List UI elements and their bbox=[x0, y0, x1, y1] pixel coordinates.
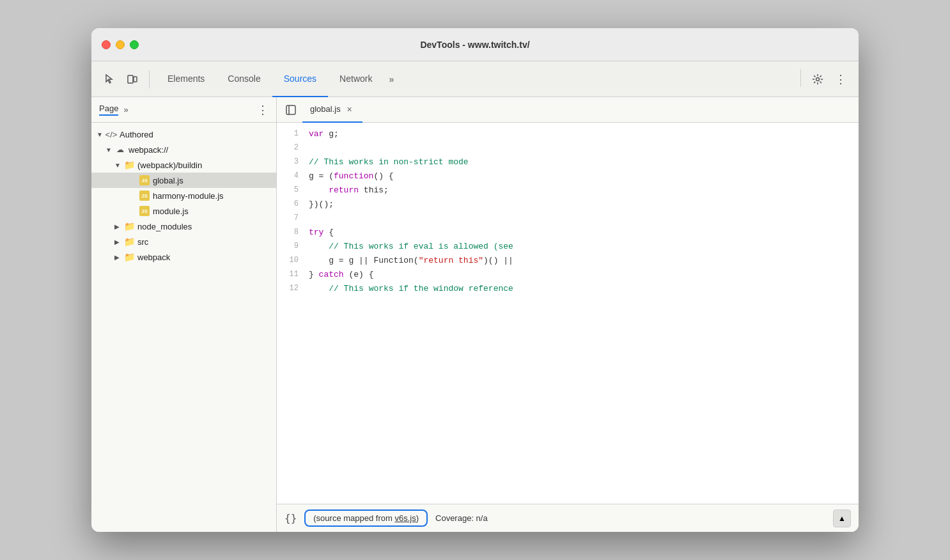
settings-button[interactable] bbox=[807, 69, 828, 89]
tree-label-webpack: webpack:// bbox=[128, 145, 168, 155]
sidebar-header: Page » ⋮ bbox=[91, 97, 276, 123]
editor-tab-close-button[interactable]: × bbox=[345, 104, 355, 114]
line-num-9: 9 bbox=[277, 240, 309, 254]
tree-label-buildin: (webpack)/buildin bbox=[137, 160, 202, 170]
js-file-icon-harmony: JS bbox=[139, 190, 150, 201]
tree-label-globaljs: global.js bbox=[153, 176, 183, 185]
tree-item-node-modules[interactable]: ▶ 📁 node_modules bbox=[91, 219, 276, 234]
panel-toggle-icon bbox=[286, 105, 296, 115]
source-toggle-button[interactable] bbox=[282, 101, 300, 119]
line-content-4: g = (function() { bbox=[309, 170, 859, 184]
folder-icon-buildin: 📁 bbox=[123, 159, 135, 171]
line-num-8: 8 bbox=[277, 226, 309, 240]
svg-rect-3 bbox=[286, 105, 295, 114]
code-line-10: 10 g = g || Function("return this")() || bbox=[277, 254, 859, 268]
line-num-3: 3 bbox=[277, 156, 309, 170]
tree-item-src[interactable]: ▶ 📁 src bbox=[91, 234, 276, 249]
tree-label-authored: Authored bbox=[120, 130, 153, 139]
tree-label-modulejs: module.js bbox=[153, 206, 189, 216]
code-line-6: 6 })(); bbox=[277, 198, 859, 212]
inspect-element-button[interactable] bbox=[99, 69, 120, 89]
tree-item-buildin[interactable]: ▼ 📁 (webpack)/buildin bbox=[91, 157, 276, 173]
code-line-2: 2 bbox=[277, 142, 859, 156]
toolbar-separator bbox=[149, 70, 150, 88]
tree-item-webpack-root[interactable]: ▶ 📁 webpack bbox=[91, 249, 276, 265]
code-line-12: 12 // This works if the window reference bbox=[277, 283, 859, 297]
cursor-icon bbox=[104, 74, 115, 85]
tab-sources-label: Sources bbox=[284, 74, 316, 84]
tree-arrow-webpack-root: ▶ bbox=[114, 254, 123, 261]
line-num-2: 2 bbox=[277, 142, 309, 156]
js-file-icon-module: JS bbox=[139, 205, 150, 217]
device-icon bbox=[127, 74, 138, 85]
js-file-icon-globaljs: JS bbox=[139, 175, 150, 186]
sidebar-tree: ▼ </> Authored ▼ ☁ webpack:// ▼ 📁 (webpa… bbox=[91, 123, 276, 532]
sidebar-options-button[interactable]: ⋮ bbox=[257, 103, 269, 117]
tree-arrow-src: ▶ bbox=[114, 238, 123, 245]
tab-console-label: Console bbox=[228, 74, 260, 84]
line-content-12: // This works if the window reference bbox=[309, 283, 859, 297]
tree-label-harmonymodule: harmony-module.js bbox=[153, 191, 224, 201]
maximize-button[interactable] bbox=[130, 40, 139, 49]
tab-sources[interactable]: Sources bbox=[272, 61, 328, 97]
code-line-5: 5 return this; bbox=[277, 184, 859, 198]
svg-rect-0 bbox=[128, 75, 133, 83]
more-tabs-button[interactable]: » bbox=[384, 72, 399, 87]
sidebar-tab-page[interactable]: Page bbox=[99, 104, 118, 116]
line-content-3: // This works in non-strict mode bbox=[309, 156, 859, 170]
folder-icon-node-modules: 📁 bbox=[123, 221, 135, 232]
close-button[interactable] bbox=[102, 40, 111, 49]
folder-icon-webpack: 📁 bbox=[123, 251, 135, 263]
pretty-print-button[interactable]: {} bbox=[284, 512, 297, 524]
source-mapped-link[interactable]: v6s.js bbox=[394, 513, 416, 523]
line-num-6: 6 bbox=[277, 198, 309, 212]
line-content-9: // This works if eval is allowed (see bbox=[309, 240, 859, 254]
editor-tab-name: global.js bbox=[310, 104, 341, 114]
line-num-5: 5 bbox=[277, 184, 309, 198]
tree-item-webpack[interactable]: ▼ ☁ webpack:// bbox=[91, 142, 276, 157]
line-num-12: 12 bbox=[277, 283, 309, 297]
editor-area: global.js × 1 var g; 2 3 // This works i… bbox=[277, 97, 859, 532]
main-area: Page » ⋮ ▼ </> Authored ▼ ☁ webpack:// bbox=[91, 97, 859, 532]
tree-item-globaljs[interactable]: JS global.js bbox=[91, 173, 276, 188]
devtools-window: DevTools - www.twitch.tv/ Elements Conso… bbox=[91, 28, 859, 532]
code-editor[interactable]: 1 var g; 2 3 // This works in non-strict… bbox=[277, 123, 859, 504]
sidebar-more-tabs[interactable]: » bbox=[123, 105, 128, 114]
source-mapped-close: ) bbox=[416, 513, 419, 523]
tab-elements-label: Elements bbox=[167, 74, 205, 84]
editor-tabs: global.js × bbox=[277, 97, 859, 123]
toolbar-right: ⋮ bbox=[797, 69, 851, 89]
drawer-button[interactable]: ▲ bbox=[833, 509, 851, 527]
minimize-button[interactable] bbox=[116, 40, 125, 49]
line-num-7: 7 bbox=[277, 212, 309, 226]
code-line-3: 3 // This works in non-strict mode bbox=[277, 156, 859, 170]
device-toolbar-button[interactable] bbox=[122, 69, 143, 89]
tree-item-harmonymodule[interactable]: JS harmony-module.js bbox=[91, 188, 276, 203]
tab-network-label: Network bbox=[339, 74, 372, 84]
line-content-2 bbox=[309, 142, 859, 156]
tab-elements[interactable]: Elements bbox=[156, 61, 216, 97]
line-content-10: g = g || Function("return this")() || bbox=[309, 254, 859, 268]
tree-arrow-authored: ▼ bbox=[97, 131, 105, 138]
editor-tab-globaljs[interactable]: global.js × bbox=[302, 97, 362, 123]
traffic-lights bbox=[102, 40, 139, 49]
line-num-10: 10 bbox=[277, 254, 309, 268]
source-mapped-badge: (source mapped from v6s.js) bbox=[304, 509, 428, 527]
code-line-9: 9 // This works if eval is allowed (see bbox=[277, 240, 859, 254]
tree-item-authored[interactable]: ▼ </> Authored bbox=[91, 127, 276, 142]
tab-network[interactable]: Network bbox=[328, 61, 384, 97]
tree-arrow-webpack: ▼ bbox=[105, 146, 114, 153]
code-line-11: 11 } catch (e) { bbox=[277, 268, 859, 283]
gear-icon bbox=[812, 74, 823, 85]
code-line-1: 1 var g; bbox=[277, 128, 859, 142]
code-line-7: 7 bbox=[277, 212, 859, 226]
titlebar: DevTools - www.twitch.tv/ bbox=[91, 28, 859, 61]
line-content-1: var g; bbox=[309, 128, 859, 142]
more-options-button[interactable]: ⋮ bbox=[830, 69, 851, 89]
tree-item-modulejs[interactable]: JS module.js bbox=[91, 203, 276, 219]
tab-console[interactable]: Console bbox=[216, 61, 272, 97]
line-content-7 bbox=[309, 212, 859, 226]
code-line-4: 4 g = (function() { bbox=[277, 170, 859, 184]
tree-arrow-node-modules: ▶ bbox=[114, 223, 123, 230]
svg-point-2 bbox=[816, 77, 820, 81]
